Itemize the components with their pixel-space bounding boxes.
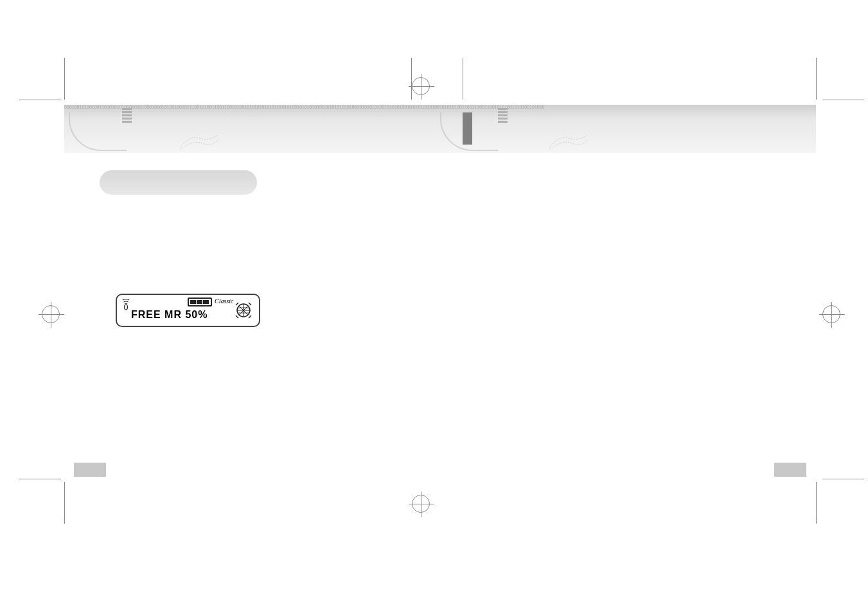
header-decoration bbox=[546, 132, 591, 151]
lcd-text: FREE MR 50% bbox=[131, 309, 208, 321]
header-decoration bbox=[177, 132, 222, 151]
registration-mark bbox=[412, 495, 430, 513]
header-decoration bbox=[498, 108, 508, 127]
crop-mark bbox=[816, 482, 817, 524]
classic-label: Classic bbox=[215, 298, 233, 305]
crop-mark bbox=[19, 100, 61, 100]
globe-icon bbox=[233, 300, 254, 321]
registration-mark bbox=[822, 305, 840, 323]
binary-pattern: 0101001011010011010101010101010100010101… bbox=[64, 105, 816, 109]
page-number-block bbox=[74, 463, 106, 477]
crop-mark bbox=[816, 58, 817, 100]
header-tab-indicator bbox=[463, 112, 472, 145]
page-number-block bbox=[774, 463, 806, 477]
signal-icon bbox=[122, 299, 130, 310]
crop-mark bbox=[64, 482, 65, 524]
registration-mark bbox=[412, 77, 430, 95]
svg-point-0 bbox=[125, 305, 128, 310]
registration-mark bbox=[42, 305, 60, 323]
lcd-display: Classic FREE MR 50% bbox=[116, 294, 260, 327]
crop-mark bbox=[822, 479, 864, 479]
crop-mark bbox=[463, 58, 463, 100]
crop-mark bbox=[822, 100, 864, 100]
header-decoration bbox=[122, 108, 132, 127]
crop-mark bbox=[411, 58, 412, 100]
battery-icon bbox=[188, 298, 212, 306]
crop-mark bbox=[64, 58, 65, 100]
crop-mark bbox=[19, 479, 61, 479]
section-heading-pill bbox=[100, 170, 257, 195]
